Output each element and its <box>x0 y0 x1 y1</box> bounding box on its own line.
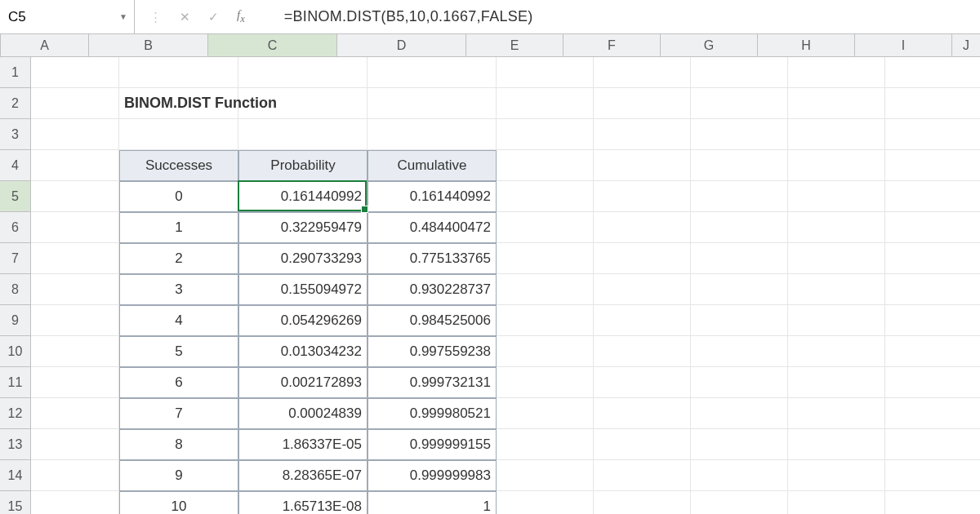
cell[interactable] <box>31 57 119 88</box>
cell[interactable] <box>594 150 691 181</box>
cell[interactable] <box>788 336 885 367</box>
cell[interactable] <box>691 305 788 336</box>
cell[interactable] <box>788 491 885 514</box>
cell[interactable] <box>31 398 119 429</box>
cell[interactable]: 0.999980521 <box>368 398 497 429</box>
col-header-j[interactable]: J <box>952 34 980 57</box>
cell[interactable]: 5 <box>119 336 238 367</box>
cell[interactable] <box>497 274 594 305</box>
row-header-5[interactable]: 5 <box>0 181 31 212</box>
row-header-7[interactable]: 7 <box>0 243 31 274</box>
row-header-8[interactable]: 8 <box>0 274 31 305</box>
cell[interactable]: 0.999732131 <box>368 367 497 398</box>
cell[interactable] <box>31 150 119 181</box>
cell[interactable]: 0.161440992 <box>368 181 497 212</box>
cell[interactable] <box>788 243 885 274</box>
cell[interactable] <box>594 181 691 212</box>
cell[interactable] <box>497 460 594 491</box>
cell[interactable] <box>594 305 691 336</box>
cell[interactable]: 0.013034232 <box>238 336 368 367</box>
check-icon[interactable]: ✓ <box>208 10 219 24</box>
row-header-6[interactable]: 6 <box>0 212 31 243</box>
cell[interactable] <box>238 57 368 88</box>
cell[interactable] <box>31 88 119 119</box>
formula-input[interactable] <box>260 8 980 25</box>
cell[interactable]: 0.484400472 <box>368 212 497 243</box>
cell[interactable] <box>594 274 691 305</box>
cell[interactable] <box>788 367 885 398</box>
cell[interactable] <box>691 181 788 212</box>
cell[interactable] <box>885 367 980 398</box>
cell[interactable] <box>368 88 497 119</box>
cell[interactable]: Cumulative <box>368 150 497 181</box>
cell[interactable] <box>368 119 497 150</box>
cell[interactable]: 0.999999155 <box>368 429 497 460</box>
cell[interactable] <box>788 181 885 212</box>
cell[interactable]: 0.930228737 <box>368 274 497 305</box>
cell[interactable] <box>885 491 980 514</box>
cell[interactable] <box>691 491 788 514</box>
cancel-icon[interactable]: ✕ <box>180 10 190 24</box>
cell[interactable] <box>497 305 594 336</box>
row-header-2[interactable]: 2 <box>0 88 31 119</box>
cell[interactable] <box>691 119 788 150</box>
cell[interactable]: 10 <box>119 491 238 514</box>
cell[interactable]: 0.984525006 <box>368 305 497 336</box>
col-header-e[interactable]: E <box>466 34 564 57</box>
cell[interactable] <box>788 429 885 460</box>
col-header-a[interactable]: A <box>1 34 89 57</box>
cell[interactable] <box>497 398 594 429</box>
cell[interactable]: 1.86337E-05 <box>238 429 368 460</box>
cells-area[interactable]: BINOM.DIST FunctionSuccessesProbabilityC… <box>31 57 980 514</box>
cell[interactable] <box>31 243 119 274</box>
row-header-10[interactable]: 10 <box>0 336 31 367</box>
cell[interactable] <box>31 429 119 460</box>
cell[interactable]: 0.775133765 <box>368 243 497 274</box>
cell[interactable] <box>497 491 594 514</box>
cell[interactable] <box>594 460 691 491</box>
cell[interactable]: 0.161440992 <box>238 181 368 212</box>
cell[interactable] <box>238 119 368 150</box>
cell[interactable] <box>788 119 885 150</box>
row-header-9[interactable]: 9 <box>0 305 31 336</box>
cell[interactable] <box>691 150 788 181</box>
fx-icon[interactable]: fx <box>237 8 245 25</box>
cell[interactable] <box>497 367 594 398</box>
row-header-13[interactable]: 13 <box>0 429 31 460</box>
cell[interactable] <box>594 491 691 514</box>
cell[interactable]: 7 <box>119 398 238 429</box>
cell[interactable]: 0.054296269 <box>238 305 368 336</box>
cell[interactable] <box>885 460 980 491</box>
cell[interactable] <box>497 429 594 460</box>
cell[interactable] <box>885 398 980 429</box>
cell[interactable]: 0.997559238 <box>368 336 497 367</box>
cell[interactable] <box>594 119 691 150</box>
col-header-f[interactable]: F <box>564 34 661 57</box>
cell[interactable] <box>691 429 788 460</box>
col-header-c[interactable]: C <box>208 34 337 57</box>
cell[interactable] <box>788 305 885 336</box>
row-header-1[interactable]: 1 <box>0 57 31 88</box>
row-header-15[interactable]: 15 <box>0 491 31 514</box>
cell[interactable]: BINOM.DIST Function <box>119 88 238 119</box>
cell[interactable]: 1.65713E-08 <box>238 491 368 514</box>
cell[interactable] <box>691 336 788 367</box>
col-header-h[interactable]: H <box>758 34 855 57</box>
cell[interactable] <box>594 336 691 367</box>
cell[interactable] <box>885 181 980 212</box>
cell[interactable] <box>885 274 980 305</box>
cell[interactable] <box>691 460 788 491</box>
cell[interactable] <box>885 305 980 336</box>
cell[interactable] <box>31 491 119 514</box>
cell[interactable] <box>31 119 119 150</box>
cell[interactable] <box>594 243 691 274</box>
cell[interactable]: 9 <box>119 460 238 491</box>
cell[interactable] <box>594 88 691 119</box>
cell[interactable] <box>691 274 788 305</box>
row-header-12[interactable]: 12 <box>0 398 31 429</box>
cell[interactable]: 0.999999983 <box>368 460 497 491</box>
cell[interactable] <box>885 429 980 460</box>
cell[interactable]: 0.155094972 <box>238 274 368 305</box>
cell[interactable] <box>691 367 788 398</box>
cell[interactable]: Probability <box>238 150 368 181</box>
